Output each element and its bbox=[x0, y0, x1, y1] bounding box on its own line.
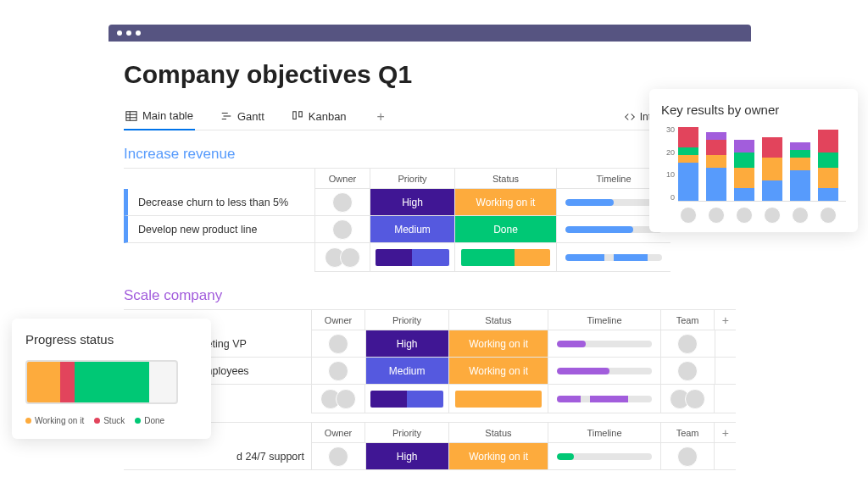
view-toolbar: Main table Gantt Kanban + Integrate bbox=[124, 104, 736, 130]
col-status[interactable]: Status bbox=[454, 169, 556, 189]
chart-bar bbox=[818, 130, 838, 201]
col-team[interactable]: Team bbox=[660, 310, 715, 330]
summary-timeline bbox=[548, 385, 659, 413]
team-cell[interactable] bbox=[660, 443, 715, 470]
timeline-cell[interactable] bbox=[548, 330, 659, 358]
timeline-cell[interactable] bbox=[548, 358, 659, 385]
legend-done: Done bbox=[135, 416, 164, 425]
add-column-button[interactable]: + bbox=[714, 310, 736, 330]
col-status[interactable]: Status bbox=[448, 310, 548, 330]
chart-bar bbox=[734, 140, 754, 201]
col-priority[interactable]: Priority bbox=[370, 169, 454, 189]
chart-bar bbox=[762, 137, 782, 201]
summary-timeline bbox=[556, 243, 670, 272]
chart-bar bbox=[678, 127, 698, 201]
window-dot bbox=[136, 31, 141, 36]
svg-rect-7 bbox=[293, 112, 297, 119]
group-summary bbox=[124, 243, 736, 272]
chart-bar bbox=[790, 142, 810, 201]
owner-cell[interactable] bbox=[314, 216, 370, 243]
avatar bbox=[680, 207, 697, 224]
owner-cell[interactable] bbox=[314, 189, 370, 216]
status-cell[interactable]: Working on it bbox=[448, 358, 548, 385]
item-name[interactable]: d 24/7 support bbox=[124, 443, 311, 470]
page-title[interactable]: Company objectives Q1 bbox=[124, 60, 736, 89]
owner-cell[interactable] bbox=[311, 443, 365, 470]
column-headers: Owner Priority Status Timeline bbox=[124, 168, 736, 189]
progress-status-widget[interactable]: Progress status Working on it Stuck Done bbox=[12, 319, 211, 439]
window-dot bbox=[117, 31, 122, 36]
summary-team[interactable] bbox=[660, 385, 715, 413]
tab-gantt[interactable]: Gantt bbox=[219, 105, 266, 130]
avatar bbox=[685, 389, 705, 409]
status-cell[interactable]: Done bbox=[454, 216, 556, 243]
widget-title: Progress status bbox=[25, 332, 198, 347]
status-cell[interactable]: Working on it bbox=[454, 189, 556, 216]
col-owner[interactable]: Owner bbox=[311, 310, 365, 330]
integrate-icon bbox=[624, 111, 636, 123]
col-status[interactable]: Status bbox=[448, 423, 548, 443]
summary-status bbox=[448, 385, 548, 413]
status-cell[interactable]: Working on it bbox=[448, 330, 548, 358]
priority-cell[interactable]: High bbox=[365, 443, 448, 470]
table-row[interactable]: Decrease churn to less than 5% High Work… bbox=[124, 189, 736, 216]
window-titlebar bbox=[108, 25, 751, 42]
priority-cell[interactable]: High bbox=[370, 189, 454, 216]
col-priority[interactable]: Priority bbox=[364, 423, 448, 443]
column-headers: Owner Priority Status Timeline Team + bbox=[124, 309, 736, 330]
team-cell[interactable] bbox=[660, 330, 715, 358]
avatar bbox=[677, 361, 698, 381]
col-team[interactable]: Team bbox=[660, 423, 715, 443]
summary-owner[interactable] bbox=[314, 243, 370, 272]
col-priority[interactable]: Priority bbox=[364, 310, 448, 330]
table-row[interactable]: d 24/7 support High Working on it bbox=[124, 443, 736, 470]
chart-x-avatars bbox=[661, 207, 846, 224]
avatar bbox=[708, 207, 725, 224]
add-column-button[interactable]: + bbox=[714, 423, 736, 443]
avatar bbox=[328, 446, 348, 467]
priority-cell[interactable]: High bbox=[365, 330, 448, 358]
legend: Working on it Stuck Done bbox=[25, 416, 198, 425]
owner-cell[interactable] bbox=[311, 358, 365, 385]
widget-title: Key results by owner bbox=[661, 103, 846, 117]
avatar bbox=[332, 219, 353, 240]
stacked-bar-chart: 30 20 10 0 bbox=[661, 125, 846, 202]
timeline-cell[interactable] bbox=[548, 443, 659, 470]
avatar bbox=[336, 389, 356, 409]
gantt-icon bbox=[220, 110, 232, 122]
status-cell[interactable]: Working on it bbox=[448, 443, 548, 470]
key-results-widget[interactable]: Key results by owner 30 20 10 0 bbox=[649, 89, 858, 232]
table-row[interactable]: Hire 20 new employees Medium Working on … bbox=[124, 358, 736, 385]
priority-cell[interactable]: Medium bbox=[365, 358, 448, 385]
progress-battery bbox=[25, 360, 178, 404]
avatar bbox=[677, 446, 698, 467]
avatar bbox=[820, 207, 837, 224]
legend-stuck: Stuck bbox=[94, 416, 125, 425]
avatar bbox=[677, 334, 698, 354]
priority-cell[interactable]: Medium bbox=[370, 216, 454, 243]
svg-rect-8 bbox=[299, 112, 303, 117]
col-owner[interactable]: Owner bbox=[311, 423, 365, 443]
tab-kanban[interactable]: Kanban bbox=[290, 105, 348, 130]
chart-bar bbox=[706, 132, 726, 201]
column-headers: Owner Priority Status Timeline Team + bbox=[124, 422, 736, 443]
col-timeline[interactable]: Timeline bbox=[548, 423, 659, 443]
group-title[interactable]: Increase revenue bbox=[124, 146, 736, 163]
col-owner[interactable]: Owner bbox=[314, 169, 370, 189]
item-name[interactable]: Develop new product line bbox=[124, 216, 314, 243]
group-scale-company: Scale company Owner Priority Status Time… bbox=[124, 287, 736, 413]
avatar bbox=[792, 207, 809, 224]
col-timeline[interactable]: Timeline bbox=[548, 310, 659, 330]
table-row[interactable]: Hire new marketing VP High Working on it bbox=[124, 330, 736, 358]
svg-rect-0 bbox=[126, 111, 136, 120]
item-name[interactable]: Decrease churn to less than 5% bbox=[124, 189, 314, 216]
summary-priority bbox=[364, 385, 448, 413]
y-axis-labels: 30 20 10 0 bbox=[661, 125, 675, 202]
tab-main-table[interactable]: Main table bbox=[124, 104, 195, 130]
summary-owner[interactable] bbox=[311, 385, 365, 413]
owner-cell[interactable] bbox=[311, 330, 365, 358]
team-cell[interactable] bbox=[660, 358, 715, 385]
group-title[interactable]: Scale company bbox=[124, 287, 736, 304]
add-view-button[interactable]: + bbox=[372, 109, 390, 125]
table-row[interactable]: Develop new product line Medium Done bbox=[124, 216, 736, 243]
